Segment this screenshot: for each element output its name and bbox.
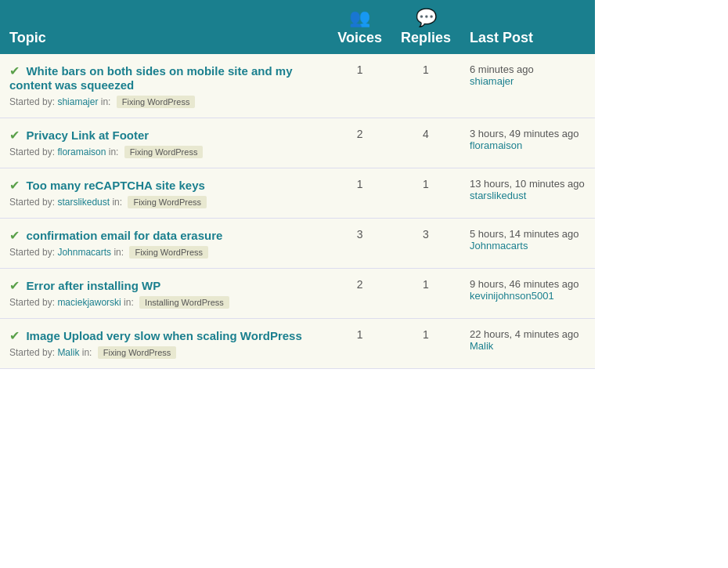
lastpost-time: 5 hours, 14 minutes ago: [470, 228, 586, 240]
replies-count: 1: [391, 168, 460, 219]
replies-count: 1: [391, 54, 460, 118]
table-row: ✔ Image Upload very slow when scaling Wo…: [0, 319, 595, 369]
in-label: in:: [124, 297, 134, 308]
in-label: in:: [112, 197, 122, 208]
topic-tag[interactable]: Fixing WordPress: [129, 246, 208, 259]
replies-count: 4: [391, 118, 460, 168]
topic-tag[interactable]: Fixing WordPress: [124, 146, 204, 158]
topic-author-link[interactable]: starslikedust: [57, 197, 110, 208]
topic-author-link[interactable]: maciekjaworski: [57, 297, 121, 308]
topic-title-link[interactable]: Too many reCAPTCHA site keys: [26, 179, 204, 192]
topic-title-line: ✔ confirmation email for data erasure: [9, 228, 319, 243]
resolved-check-icon: ✔: [9, 229, 20, 242]
topic-meta: Started by: floramaison in: Fixing WordP…: [9, 146, 319, 158]
lastpost-cell: 22 hours, 4 minutes ago Malik: [460, 319, 595, 369]
table-row: ✔ Too many reCAPTCHA site keys Started b…: [0, 168, 595, 219]
lastpost-user: floramaison: [470, 139, 586, 151]
replies-count: 1: [391, 269, 460, 319]
topic-meta: Started by: Malik in: Fixing WordPress: [9, 346, 319, 359]
topic-meta: Started by: maciekjaworski in: Installin…: [9, 296, 319, 309]
lastpost-cell: 5 hours, 14 minutes ago Johnmacarts: [460, 219, 595, 269]
voices-label: Voices: [337, 30, 382, 45]
topic-author-link[interactable]: Johnmacarts: [57, 247, 111, 258]
topic-title-link[interactable]: confirmation email for data erasure: [26, 229, 222, 242]
voices-count: 2: [328, 118, 391, 168]
lastpost-cell: 13 hours, 10 minutes ago starslikedust: [460, 168, 595, 219]
topic-meta: Started by: Johnmacarts in: Fixing WordP…: [9, 246, 319, 259]
topic-cell: ✔ Privacy Link at Footer Started by: flo…: [0, 118, 328, 168]
replies-count: 1: [391, 319, 460, 369]
lastpost-cell: 3 hours, 49 minutes ago floramaison: [460, 118, 595, 168]
topic-cell: ✔ Too many reCAPTCHA site keys Started b…: [0, 168, 328, 219]
replies-icon: 💬: [401, 8, 451, 28]
lastpost-time: 13 hours, 10 minutes ago: [470, 178, 586, 190]
lastpost-header-label: Last Post: [470, 30, 533, 45]
forum-table: Topic 👥 Voices 💬 Replies Last Post ✔ Whi…: [0, 0, 595, 369]
topic-title-link[interactable]: Privacy Link at Footer: [26, 128, 149, 142]
topic-title-line: ✔ White bars on both sides on mobile sit…: [9, 63, 319, 92]
topic-title-line: ✔ Too many reCAPTCHA site keys: [9, 178, 319, 193]
topic-tag[interactable]: Fixing WordPress: [98, 346, 177, 359]
header-replies: 💬 Replies: [391, 0, 460, 54]
in-label: in:: [101, 96, 111, 107]
replies-count: 3: [391, 219, 460, 269]
resolved-check-icon: ✔: [9, 128, 20, 142]
voices-count: 3: [328, 219, 391, 269]
header-voices: 👥 Voices: [328, 0, 391, 54]
topic-author-link[interactable]: Malik: [57, 347, 79, 358]
table-row: ✔ confirmation email for data erasure St…: [0, 219, 595, 269]
topic-cell: ✔ Error after installing WP Started by: …: [0, 269, 328, 319]
topic-meta: Started by: starslikedust in: Fixing Wor…: [9, 196, 319, 208]
lastpost-user: Malik: [470, 340, 586, 352]
lastpost-user: Johnmacarts: [470, 240, 586, 251]
lastpost-time: 3 hours, 49 minutes ago: [470, 128, 586, 139]
in-label: in:: [114, 247, 124, 258]
table-row: ✔ White bars on both sides on mobile sit…: [0, 54, 595, 118]
topic-tag[interactable]: Fixing WordPress: [117, 96, 196, 108]
header-lastpost: Last Post: [460, 0, 595, 54]
replies-label: Replies: [401, 30, 451, 45]
in-label: in:: [109, 147, 119, 157]
topic-tag[interactable]: Installing WordPress: [139, 296, 229, 309]
topic-title-line: ✔ Image Upload very slow when scaling Wo…: [9, 328, 319, 343]
table-header: Topic 👥 Voices 💬 Replies Last Post: [0, 0, 595, 54]
lastpost-user: shiamajer: [470, 75, 586, 87]
topic-cell: ✔ confirmation email for data erasure St…: [0, 219, 328, 269]
header-topic: Topic: [0, 0, 328, 54]
topic-header-label: Topic: [9, 30, 46, 45]
voices-count: 2: [328, 269, 391, 319]
table-row: ✔ Privacy Link at Footer Started by: flo…: [0, 118, 595, 168]
topic-cell: ✔ Image Upload very slow when scaling Wo…: [0, 319, 328, 369]
voices-icon: 👥: [337, 8, 382, 28]
voices-count: 1: [328, 319, 391, 369]
lastpost-user: kevinijohnson5001: [470, 290, 586, 302]
lastpost-time: 22 hours, 4 minutes ago: [470, 328, 586, 340]
voices-count: 1: [328, 54, 391, 118]
topic-title-link[interactable]: Image Upload very slow when scaling Word…: [26, 329, 301, 342]
topic-cell: ✔ White bars on both sides on mobile sit…: [0, 54, 328, 118]
lastpost-cell: 9 hours, 46 minutes ago kevinijohnson500…: [460, 269, 595, 319]
lastpost-time: 6 minutes ago: [470, 63, 586, 75]
resolved-check-icon: ✔: [9, 179, 20, 192]
topic-title-link[interactable]: Error after installing WP: [26, 279, 160, 292]
in-label: in:: [82, 347, 92, 358]
topic-tag[interactable]: Fixing WordPress: [128, 196, 207, 208]
topic-author-link[interactable]: floramaison: [57, 147, 106, 157]
topic-meta: Started by: shiamajer in: Fixing WordPre…: [9, 96, 319, 108]
table-row: ✔ Error after installing WP Started by: …: [0, 269, 595, 319]
voices-count: 1: [328, 168, 391, 219]
lastpost-time: 9 hours, 46 minutes ago: [470, 278, 586, 290]
resolved-check-icon: ✔: [9, 64, 20, 78]
topic-title-link[interactable]: White bars on both sides on mobile site …: [9, 64, 293, 92]
topic-title-line: ✔ Privacy Link at Footer: [9, 128, 319, 143]
lastpost-cell: 6 minutes ago shiamajer: [460, 54, 595, 118]
lastpost-user: starslikedust: [470, 190, 586, 201]
resolved-check-icon: ✔: [9, 279, 20, 292]
topic-title-line: ✔ Error after installing WP: [9, 278, 319, 293]
topic-author-link[interactable]: shiamajer: [57, 96, 98, 107]
resolved-check-icon: ✔: [9, 329, 20, 342]
